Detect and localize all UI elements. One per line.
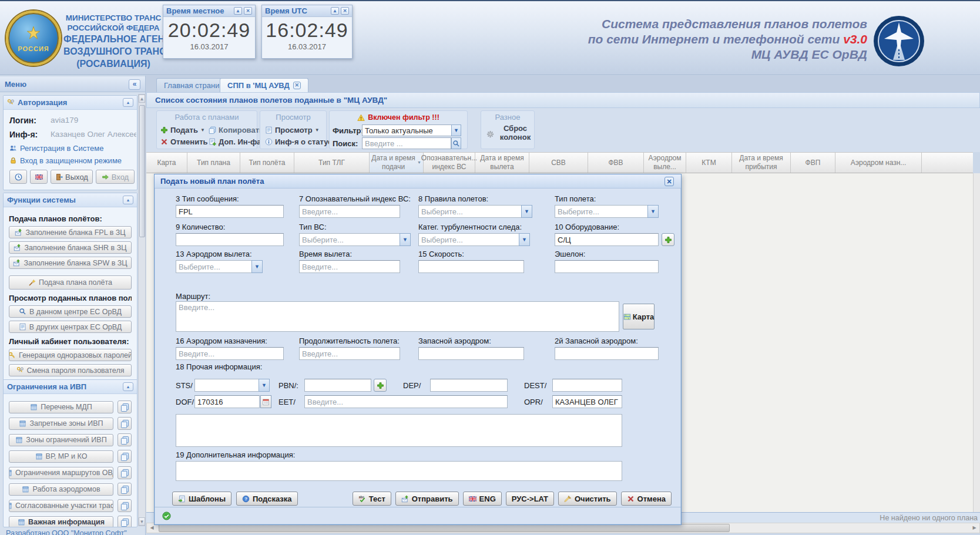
- additional-info-input[interactable]: [176, 461, 622, 481]
- column-header[interactable]: КТМ: [686, 153, 732, 173]
- altn2-input[interactable]: [555, 347, 659, 360]
- column-header[interactable]: СВВ: [529, 153, 588, 173]
- column-header[interactable]: Тип ТЛГ: [294, 153, 370, 173]
- close-icon[interactable]: ✕: [341, 7, 349, 15]
- eet-input[interactable]: [304, 395, 508, 408]
- tab-spp-mc-auvd[interactable]: СПП в 'МЦ АУВД ✕: [220, 78, 308, 92]
- sidebar-function-button[interactable]: Смена пароля пользователя: [9, 364, 132, 376]
- close-dialog-icon[interactable]: ✕: [664, 177, 674, 186]
- dest-input[interactable]: [552, 379, 622, 392]
- acid-input[interactable]: [299, 205, 400, 218]
- restriction-button[interactable]: Согласованные участки трасс: [9, 500, 113, 512]
- close-tab-icon[interactable]: ✕: [293, 82, 301, 89]
- send-button[interactable]: Отправить: [395, 492, 459, 506]
- map-button[interactable]: Карта: [623, 304, 655, 329]
- submit-plan-button[interactable]: Подать▼: [160, 126, 205, 134]
- sidebar-scrollbar[interactable]: ▲ ▼: [138, 94, 146, 526]
- column-header[interactable]: Дата и время подачи▼: [370, 153, 424, 173]
- chevron-down-icon[interactable]: ▼: [251, 260, 263, 273]
- open-in-window-button[interactable]: [118, 417, 132, 430]
- dialog-button[interactable]: Шаблоны: [172, 492, 231, 506]
- equipment-input[interactable]: [555, 233, 659, 246]
- scroll-right-icon[interactable]: ▶: [970, 524, 979, 532]
- minimize-icon[interactable]: ▲: [234, 7, 242, 15]
- rules-select[interactable]: Выберите...▼: [418, 205, 532, 218]
- search-icon[interactable]: [451, 137, 461, 149]
- column-header[interactable]: ФВВ: [588, 153, 644, 173]
- sidebar-function-button[interactable]: Заполнение бланка SPW в ЗЦ: [9, 257, 132, 269]
- restriction-button[interactable]: Запретные зоны ИВП: [9, 418, 113, 430]
- chevron-down-icon[interactable]: ▼: [521, 205, 532, 218]
- copy-plan-button[interactable]: Копировать: [209, 126, 264, 134]
- duration-input[interactable]: [299, 347, 400, 360]
- language-button[interactable]: [30, 170, 48, 184]
- scroll-left-icon[interactable]: ◀: [147, 524, 156, 532]
- collapse-panel-icon[interactable]: ▲: [123, 196, 133, 204]
- collapse-sidebar-icon[interactable]: «: [129, 79, 140, 90]
- collapse-panel-icon[interactable]: ▲: [123, 98, 133, 107]
- chevron-down-icon[interactable]: ▼: [647, 205, 659, 218]
- column-header[interactable]: Дата и время прибытия: [732, 153, 791, 173]
- column-header[interactable]: ФВП: [791, 153, 835, 173]
- dep-ad-select[interactable]: Выберите...▼: [176, 260, 263, 273]
- speed-input[interactable]: [418, 260, 524, 273]
- open-in-window-button[interactable]: [118, 466, 132, 479]
- authorization-header[interactable]: Авторизация ▲: [4, 96, 137, 110]
- sidebar-function-button[interactable]: Подача плана полёта: [9, 275, 132, 290]
- secure-login-link[interactable]: Вход в защищенном режиме: [9, 156, 122, 165]
- dep-input[interactable]: [430, 379, 508, 392]
- logout-button[interactable]: Выход: [51, 170, 93, 184]
- sts-select[interactable]: ▼: [194, 379, 270, 392]
- scrollbar-thumb[interactable]: [139, 105, 145, 237]
- airspace-restrictions-header[interactable]: Ограничения на ИВП ▲: [4, 380, 137, 394]
- dialog-button[interactable]: РУС->LAT: [506, 492, 554, 506]
- dialog-button[interactable]: ENG: [463, 492, 502, 506]
- cancel-plan-button[interactable]: Отменить: [160, 137, 208, 146]
- column-header[interactable]: Карта: [146, 153, 187, 173]
- opr-input[interactable]: [552, 395, 622, 408]
- other-info-display[interactable]: [176, 414, 622, 447]
- table-vertical-scrollbar[interactable]: [973, 173, 980, 512]
- open-in-window-button[interactable]: [118, 450, 132, 463]
- login-button[interactable]: Вход: [96, 170, 135, 184]
- column-header[interactable]: Тип плана: [187, 153, 240, 173]
- restriction-button[interactable]: Перечень МДП: [9, 401, 113, 413]
- sidebar-function-button[interactable]: Заполнение бланка FPL в ЗЦ: [9, 226, 132, 238]
- chevron-down-icon[interactable]: ▼: [519, 233, 530, 246]
- add-pbn-button[interactable]: [374, 379, 387, 392]
- restriction-button[interactable]: Работа аэродромов: [9, 483, 113, 496]
- route-input[interactable]: [176, 301, 619, 332]
- dep-time-input[interactable]: [299, 260, 400, 273]
- view-plan-button[interactable]: Просмотр▼: [265, 126, 320, 134]
- filter-select[interactable]: Только актуальные: [362, 125, 451, 136]
- close-icon[interactable]: ✕: [244, 7, 252, 15]
- msg-type-input[interactable]: [176, 205, 284, 218]
- reset-columns-button[interactable]: Сброс колонок: [498, 124, 533, 142]
- level-input[interactable]: [555, 260, 659, 273]
- scroll-down-icon[interactable]: ▼: [139, 517, 145, 526]
- open-in-window-button[interactable]: [118, 499, 132, 512]
- sidebar-function-button[interactable]: В других центрах ЕС ОрВД: [9, 321, 132, 333]
- dest-ad-input[interactable]: [176, 347, 284, 360]
- column-header[interactable]: Дата и время вылета: [475, 153, 529, 173]
- column-header[interactable]: Опознавательн... индекс ВС: [424, 153, 475, 173]
- minimize-icon[interactable]: ▲: [331, 7, 339, 15]
- chevron-down-icon[interactable]: ▼: [259, 379, 270, 392]
- sidebar-function-button[interactable]: Заполнение бланка SHR в ЗЦ: [9, 241, 132, 254]
- open-in-window-button[interactable]: [118, 516, 132, 527]
- chevron-down-icon[interactable]: ▼: [400, 233, 411, 246]
- number-input[interactable]: [176, 233, 284, 246]
- add-equipment-button[interactable]: [662, 233, 674, 246]
- register-link[interactable]: Регистрация в Системе: [9, 144, 103, 153]
- cancel-button[interactable]: Отмена: [621, 492, 672, 506]
- flight-type-select[interactable]: Выберите...▼: [555, 205, 659, 218]
- system-functions-header[interactable]: Функции системы ▲: [4, 193, 137, 207]
- sidebar-function-button[interactable]: Генерация одноразовых паролей: [9, 349, 132, 361]
- wake-select[interactable]: Выберите...▼: [418, 233, 530, 246]
- restriction-button[interactable]: Ограничения маршрутов ОВД: [9, 467, 113, 479]
- status-info-button[interactable]: Инф-я о статусе: [265, 137, 337, 146]
- search-input[interactable]: [362, 137, 451, 149]
- collapse-panel-icon[interactable]: ▲: [123, 382, 133, 391]
- dialog-button[interactable]: abcТест: [353, 492, 391, 506]
- restriction-button[interactable]: Важная информация: [9, 516, 113, 528]
